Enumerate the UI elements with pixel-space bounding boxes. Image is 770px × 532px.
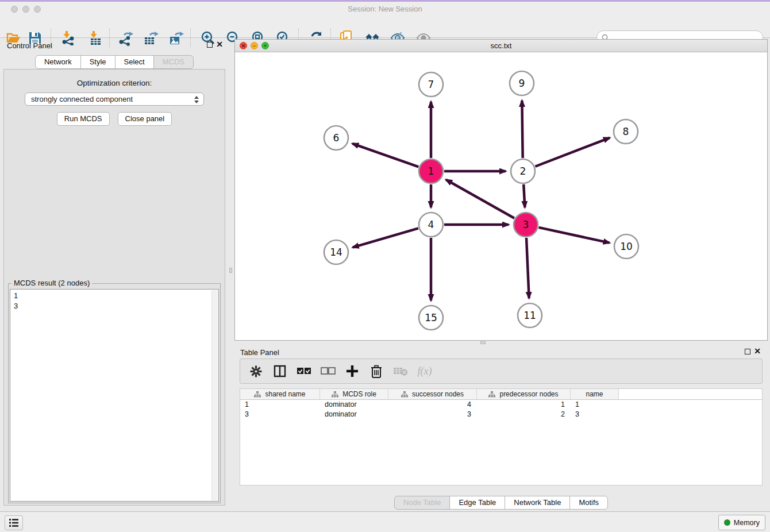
network-zoom-button[interactable]: + <box>261 42 269 49</box>
select-all-columns-button[interactable] <box>297 364 311 379</box>
tab-mcds[interactable]: MCDS <box>153 55 194 69</box>
column-header-successor-nodes[interactable]: successor nodes <box>388 389 477 399</box>
graph-edge-3-1[interactable] <box>446 180 514 218</box>
column-header-predecessor-nodes[interactable]: predecessor nodes <box>477 389 571 399</box>
show-column-panel-button[interactable] <box>272 364 287 379</box>
graph-edge-3-10[interactable] <box>538 228 609 243</box>
graph-node-label: 15 <box>425 312 437 323</box>
table-row[interactable]: 3dominator323 <box>240 410 762 419</box>
table-cell: 1 <box>571 400 619 410</box>
mcds-result-textarea[interactable]: 1 3 <box>10 289 219 502</box>
network-window-titlebar: ✕ − + scc.txt <box>235 40 767 52</box>
tab-style[interactable]: Style <box>80 55 116 69</box>
mcds-panel: Optimization criterion: strongly connect… <box>3 69 225 506</box>
column-header-shared-name[interactable]: shared name <box>240 389 320 399</box>
table-cell: 1 <box>240 400 320 410</box>
table-header: shared name MCDS role successor nodes pr… <box>240 389 762 400</box>
tab-select[interactable]: Select <box>115 55 154 69</box>
add-column-button[interactable] <box>345 364 360 379</box>
close-panel-icon[interactable]: ✕ <box>216 40 223 48</box>
float-panel-icon[interactable] <box>207 42 213 48</box>
gear-icon <box>249 365 263 378</box>
graph-node-label: 7 <box>428 79 434 90</box>
table-delete-icon <box>393 366 408 376</box>
checked-boxes-icon <box>297 367 311 375</box>
network-window-title: scc.txt <box>235 40 767 52</box>
vertical-splitter-handle[interactable] <box>229 268 232 273</box>
table-body: 1dominator4113dominator323 <box>240 400 762 419</box>
table-cell: 4 <box>388 400 477 410</box>
graph-node-label: 1 <box>428 165 434 177</box>
status-bar: Memory <box>0 511 770 532</box>
unchecked-boxes-icon <box>321 367 336 375</box>
table-cell: 3 <box>571 410 619 419</box>
run-mcds-button[interactable]: Run MCDS <box>57 112 110 126</box>
tree-icon <box>254 391 261 398</box>
graph-node-label: 2 <box>520 165 526 177</box>
float-panel-icon[interactable] <box>745 349 750 354</box>
network-canvas[interactable]: 1234678910111415 <box>235 52 767 340</box>
tab-motifs[interactable]: Motifs <box>569 496 608 510</box>
graph-edge-2-8[interactable] <box>535 138 610 167</box>
tree-icon <box>401 391 408 398</box>
table-row[interactable]: 1dominator411 <box>240 400 762 410</box>
apply-function-button[interactable]: f(x) <box>417 364 432 379</box>
memory-label: Memory <box>734 519 760 527</box>
plus-icon <box>346 365 359 377</box>
selected-option: strongly connected component <box>31 95 133 103</box>
table-cell: 2 <box>477 410 571 419</box>
app-titlebar: Session: New Session <box>0 2 770 13</box>
graph-edge-4-14[interactable] <box>353 228 418 247</box>
tree-icon <box>488 391 495 398</box>
table-toolbar: f(x) <box>240 358 763 384</box>
memory-status-dot <box>724 519 730 526</box>
control-panel: Control Panel ✕ Network Style Select MCD… <box>0 38 229 511</box>
network-view-window: ✕ − + scc.txt 1234678910111415 <box>234 39 768 341</box>
network-close-button[interactable]: ✕ <box>240 42 247 49</box>
close-panel-icon[interactable]: ✕ <box>754 347 761 355</box>
tab-network-table[interactable]: Network Table <box>505 496 570 510</box>
delete-columns-button[interactable] <box>369 364 384 379</box>
graph-edge-2-3[interactable] <box>523 184 525 207</box>
tab-network[interactable]: Network <box>35 55 81 69</box>
table-cell: 3 <box>240 410 320 419</box>
graph-node-label: 6 <box>333 132 340 144</box>
tree-icon <box>332 391 338 398</box>
optimization-criterion-select[interactable]: strongly connected component <box>25 92 204 106</box>
chevron-up-down-icon <box>194 95 199 106</box>
column-header-name[interactable]: name <box>571 389 619 399</box>
node-table: shared name MCDS role successor nodes pr… <box>240 388 763 485</box>
graph-edge-1-6[interactable] <box>352 144 418 167</box>
graph-node-label: 3 <box>523 219 529 230</box>
control-panel-title: Control Panel <box>7 41 52 50</box>
graph-edge-3-11[interactable] <box>526 238 529 298</box>
memory-button[interactable]: Memory <box>718 515 765 530</box>
control-panel-titlebar: Control Panel ✕ <box>0 38 229 53</box>
mcds-result-groupbox: MCDS result (2 nodes) 1 3 <box>8 283 221 503</box>
table-cell: 3 <box>388 410 477 419</box>
columns-icon <box>274 365 286 377</box>
delete-table-button[interactable] <box>393 364 408 379</box>
graph-node-label: 14 <box>330 246 342 258</box>
mcds-result-values: 1 3 <box>14 291 18 311</box>
table-panel: Table Panel ✕ f(x) <box>234 345 768 511</box>
graph-node-label: 11 <box>523 310 536 321</box>
table-options-button[interactable] <box>248 364 263 379</box>
network-minimize-button[interactable]: − <box>251 42 258 49</box>
table-panel-titlebar: Table Panel ✕ <box>234 345 768 360</box>
mcds-result-title: MCDS result (2 nodes) <box>11 279 92 287</box>
table-cell: dominator <box>320 410 388 419</box>
result-scrollbar[interactable] <box>211 290 218 500</box>
task-history-button[interactable] <box>5 515 23 530</box>
tab-edge-table[interactable]: Edge Table <box>449 496 505 510</box>
graph-edge-2-9[interactable] <box>522 101 522 158</box>
trash-icon <box>371 365 382 378</box>
unselect-all-columns-button[interactable] <box>321 364 336 379</box>
table-cell: dominator <box>320 400 388 410</box>
column-header-mcds-role[interactable]: MCDS role <box>320 389 388 399</box>
fx-icon: f(x) <box>418 365 432 377</box>
optimization-criterion-label: Optimization criterion: <box>4 79 225 87</box>
tab-node-table[interactable]: Node Table <box>394 496 451 510</box>
close-panel-button[interactable]: Close panel <box>118 112 172 126</box>
horizontal-splitter-handle[interactable] <box>480 341 486 344</box>
